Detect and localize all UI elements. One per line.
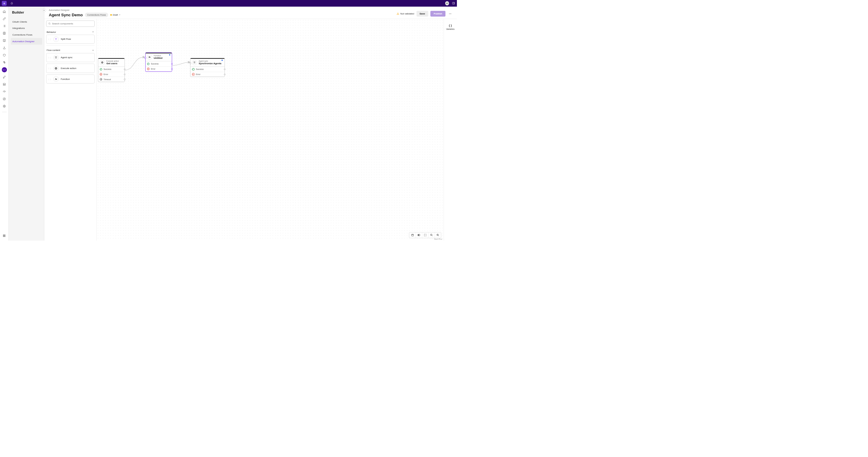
flow-canvas[interactable]: Execute action Get users ✓Success ✕Error… (97, 19, 444, 241)
sidebar-item-connections-flows[interactable]: Connections Flows (11, 32, 42, 38)
node-input-port[interactable] (190, 62, 191, 64)
nav-rail (0, 7, 9, 241)
drag-handle-icon: ⋮⋮ (48, 56, 52, 59)
svg-line-40 (432, 236, 433, 236)
component-split-flow[interactable]: ⋮⋮ Split Flow (46, 35, 95, 44)
zoom-in-button[interactable] (435, 233, 441, 238)
svg-rect-11 (5, 235, 5, 236)
panel-toggle-icon[interactable] (452, 2, 455, 4)
braces-icon: { } (449, 24, 452, 27)
drag-handle-icon: ⋮⋮ (48, 38, 52, 40)
component-function[interactable]: ⋮⋮ fx Function (46, 74, 95, 84)
svg-rect-0 (453, 2, 455, 4)
globe-icon (100, 60, 105, 65)
agent-icon (53, 55, 59, 60)
sidebar-heading: Builder (11, 10, 42, 14)
node-output-error[interactable]: ✕Error (146, 66, 172, 71)
rail-export-icon[interactable] (2, 45, 7, 50)
svg-point-21 (450, 13, 450, 14)
variables-panel-toggle[interactable]: { } Variables (444, 19, 457, 241)
more-menu-button[interactable] (447, 11, 453, 17)
rail-fingerprint-icon[interactable] (2, 60, 7, 65)
topbar: it AC (0, 0, 457, 7)
flow-type-chip: Connections Flows (85, 13, 108, 17)
svg-point-20 (398, 14, 398, 14)
rail-shield-icon[interactable] (2, 53, 7, 58)
globe-icon (53, 66, 59, 71)
sidebar-item-oauth[interactable]: OAuth Clients (11, 19, 42, 25)
svg-point-22 (450, 13, 451, 14)
status-dropdown[interactable]: Draft (110, 13, 121, 16)
success-icon: ✓ (147, 63, 150, 65)
success-icon: ✓ (100, 68, 102, 70)
svg-rect-10 (4, 235, 4, 236)
changed-indicator-icon (169, 54, 170, 56)
node-output-error[interactable]: ✕Error (190, 72, 224, 77)
notifications-icon[interactable] (10, 2, 13, 4)
chevron-down-icon (119, 14, 121, 16)
rail-code-icon[interactable] (2, 67, 7, 72)
svg-point-6 (3, 98, 5, 100)
agent-icon (192, 60, 197, 65)
collapse-sidebar-button[interactable] (42, 8, 46, 12)
component-palette: Behavior ⋮⋮ Split Flow Flow content ⋮⋮ A… (44, 19, 96, 241)
drag-handle-icon: ⋮⋮ (48, 67, 52, 69)
svg-rect-17 (5, 236, 5, 237)
node-output-error[interactable]: ✕Error (98, 72, 124, 77)
page-header: Automation Designer Agent Sync Demo Conn… (44, 7, 457, 19)
success-icon: ✓ (192, 68, 194, 70)
canvas-attribution: React Flow (434, 238, 442, 240)
rail-gear-icon[interactable] (2, 104, 7, 109)
rail-plugin-icon[interactable] (2, 82, 7, 87)
page-title: Agent Sync Demo (49, 13, 83, 17)
rail-link-icon[interactable] (2, 16, 7, 22)
rail-edit-icon[interactable] (2, 74, 7, 80)
validation-status: Not validated (397, 12, 414, 15)
svg-line-43 (438, 236, 439, 236)
svg-rect-14 (5, 236, 5, 236)
fit-view-button[interactable] (415, 233, 422, 238)
chevron-up-icon (92, 49, 94, 51)
node-output-success[interactable]: ✓Success (98, 67, 124, 72)
avatar[interactable]: AC (445, 1, 450, 5)
svg-marker-7 (4, 98, 5, 99)
svg-point-3 (4, 33, 5, 33)
svg-rect-16 (4, 236, 4, 237)
rail-home-icon[interactable] (2, 9, 7, 14)
zoom-out-button[interactable] (428, 233, 435, 238)
component-agent-sync[interactable]: ⋮⋮ Agent sync (46, 53, 95, 62)
node-untitled-function[interactable]: fx Function Untitled ✓Success ✕Error (145, 53, 172, 72)
svg-point-23 (451, 13, 452, 14)
section-flow-content-header[interactable]: Flow content (46, 48, 95, 53)
schedule-button[interactable] (409, 233, 415, 238)
content: Automation Designer Agent Sync Demo Conn… (44, 7, 457, 241)
fullscreen-button[interactable] (422, 233, 428, 238)
search-components-input[interactable] (46, 21, 95, 27)
svg-point-8 (4, 106, 5, 107)
node-output-success[interactable]: ✓Success (146, 61, 172, 66)
component-execute-action[interactable]: ⋮⋮ Execute action (46, 64, 95, 73)
section-behavior-header[interactable]: Behavior (46, 29, 95, 34)
svg-point-24 (49, 23, 50, 24)
sidebar-item-automation-designer[interactable]: Automation Designer (11, 38, 42, 44)
rail-book-icon[interactable] (2, 38, 7, 43)
rail-apps-icon[interactable] (2, 233, 7, 239)
node-get-users[interactable]: Execute action Get users ✓Success ✕Error… (98, 58, 125, 82)
svg-rect-33 (411, 234, 413, 236)
svg-line-25 (50, 24, 51, 25)
node-input-port[interactable] (144, 57, 146, 59)
save-button[interactable]: Save (416, 11, 428, 17)
node-synchronize-agents[interactable]: Agent sync Synchronize Agents ✓Success ✕… (190, 58, 225, 77)
sidebar-item-integrations[interactable]: Integrations (11, 25, 42, 32)
node-output-timeout[interactable]: Timeout (98, 77, 124, 82)
sidebar: Builder OAuth Clients Integrations Conne… (9, 7, 44, 241)
rail-compass-icon[interactable] (2, 96, 7, 101)
publish-button[interactable]: Publish (430, 11, 445, 17)
node-output-success[interactable]: ✓Success (190, 67, 224, 72)
warning-icon (397, 12, 399, 15)
rail-list-icon[interactable] (2, 24, 7, 29)
app-logo[interactable]: it (2, 1, 7, 6)
drag-handle-icon: ⋮⋮ (48, 78, 52, 80)
rail-contact-icon[interactable] (2, 31, 7, 36)
rail-gauge-icon[interactable] (2, 89, 7, 94)
